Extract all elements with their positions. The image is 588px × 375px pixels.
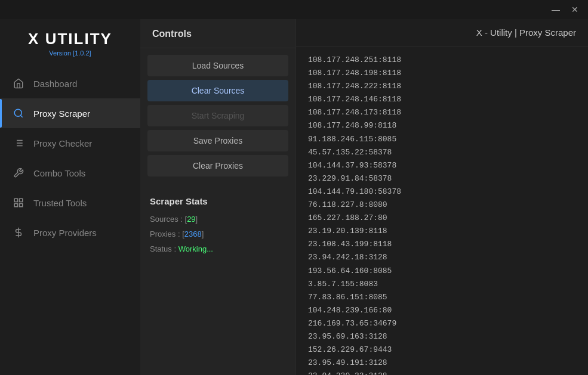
sidebar-item-dashboard[interactable]: Dashboard [0,69,140,98]
proxy-entry: 108.177.248.146:8118 [308,93,576,106]
proxies-value: 2368 [184,230,202,238]
svg-rect-11 [20,204,23,207]
sidebar-nav: Dashboard Proxy Scraper [0,69,140,375]
proxy-entry: 104.144.37.93:58378 [308,159,576,172]
proxy-entry: 108.177.248.198:8118 [308,67,576,80]
dollar-icon [12,226,25,239]
sidebar-item-proxy-providers[interactable]: Proxy Providers [0,218,140,247]
load-sources-button[interactable]: Load Sources [147,55,288,76]
proxy-entry: 23.108.43.199:8118 [308,238,576,251]
stats-proxies-row: Proxies : [2368] [150,230,286,238]
sources-suffix: ] [196,215,198,224]
proxy-entry: 23.94.242.18:3128 [308,251,576,264]
svg-rect-10 [14,204,17,207]
proxy-entry: 76.118.227.8:8080 [308,199,576,212]
proxies-label: Proxies : [ [150,230,184,238]
close-button[interactable]: ✕ [567,3,583,16]
proxies-suffix: ] [202,230,204,238]
proxy-entry: 104.144.79.180:58378 [308,185,576,199]
stats-sources-row: Sources : [29] [150,215,286,224]
proxy-entry: 45.57.135.22:58378 [308,146,576,159]
proxy-entry: 108.177.248.222:8118 [308,80,576,93]
proxy-list[interactable]: 108.177.248.251:8118 108.177.248.198:811… [296,47,588,375]
controls-panel: Controls Load Sources Clear Sources Star… [140,19,295,375]
proxy-panel: X - Utility | Proxy Scraper 108.177.248.… [296,19,588,375]
sidebar-label-combo-tools: Combo Tools [33,168,85,178]
svg-rect-8 [14,199,17,202]
sidebar: X UTILITY Version [1.0.2] Dashboard [0,19,140,375]
sidebar-label-trusted-tools: Trusted Tools [33,198,87,208]
svg-point-0 [14,109,21,116]
sidebar-item-trusted-tools[interactable]: Trusted Tools [0,188,140,218]
home-icon [12,77,25,90]
minimize-button[interactable]: — [547,3,564,16]
proxy-entry: 216.169.73.65:34679 [308,317,576,330]
grid-icon [12,196,25,209]
stats-section: Scraper Stats Sources : [29] Proxies : [… [140,188,295,265]
proxy-entry: 193.56.64.160:8085 [308,265,576,278]
list-icon [12,137,25,150]
proxy-entry: 23.229.91.84:58378 [308,172,576,185]
logo-area: X UTILITY Version [1.0.2] [0,19,140,69]
sidebar-label-proxy-checker: Proxy Checker [33,138,92,148]
sidebar-item-combo-tools[interactable]: Combo Tools [0,158,140,188]
stats-title: Scraper Stats [150,196,286,206]
status-value: Working... [178,244,213,253]
sidebar-item-proxy-scraper[interactable]: Proxy Scraper [0,98,140,128]
proxy-entry: 165.227.188.27:80 [308,212,576,225]
sidebar-item-proxy-checker[interactable]: Proxy Checker [0,128,140,158]
proxy-entry: 108.177.248.173:8118 [308,106,576,119]
proxy-entry: 3.85.7.155:8083 [308,278,576,291]
clear-sources-button[interactable]: Clear Sources [147,80,288,101]
sources-value: 29 [187,215,195,224]
sidebar-label-proxy-scraper: Proxy Scraper [33,109,90,119]
start-scraping-button[interactable]: Start Scraping [147,105,288,126]
proxy-entry: 152.26.229.67:9443 [308,343,576,357]
window-controls: — ✕ [547,3,583,16]
logo-version: Version [1.0.2] [0,49,140,57]
proxy-entry: 104.248.239.166:80 [308,304,576,317]
stats-status-row: Status : Working... [150,244,286,253]
logo-title: X UTILITY [0,30,140,48]
proxy-entry: 23.95.69.163:3128 [308,330,576,343]
proxy-entry: 23.95.49.191:3128 [308,357,576,370]
svg-line-1 [20,115,22,117]
proxy-entry: 108.177.248.251:8118 [308,54,576,67]
proxy-entry: 23.19.20.139:8118 [308,225,576,238]
save-proxies-button[interactable]: Save Proxies [147,130,288,151]
title-bar: — ✕ [0,0,588,19]
controls-header: Controls [140,19,295,48]
search-icon [12,107,25,120]
proxy-entry: 23.94.230.33:3128 [308,370,576,375]
controls-buttons: Load Sources Clear Sources Start Scrapin… [140,48,295,183]
proxy-entry: 108.177.248.99:8118 [308,119,576,132]
sources-label: Sources : [ [150,215,187,224]
proxy-entry: 91.188.246.115:8085 [308,133,576,146]
proxy-panel-header: X - Utility | Proxy Scraper [296,19,588,47]
clear-proxies-button[interactable]: Clear Proxies [147,155,288,176]
main-layout: X UTILITY Version [1.0.2] Dashboard [0,19,588,375]
proxy-entry: 77.83.86.151:8085 [308,291,576,304]
tools-icon [12,166,25,179]
svg-rect-9 [20,199,23,202]
sidebar-label-proxy-providers: Proxy Providers [33,228,97,238]
sidebar-label-dashboard: Dashboard [33,79,77,89]
status-label: Status : [150,244,178,253]
